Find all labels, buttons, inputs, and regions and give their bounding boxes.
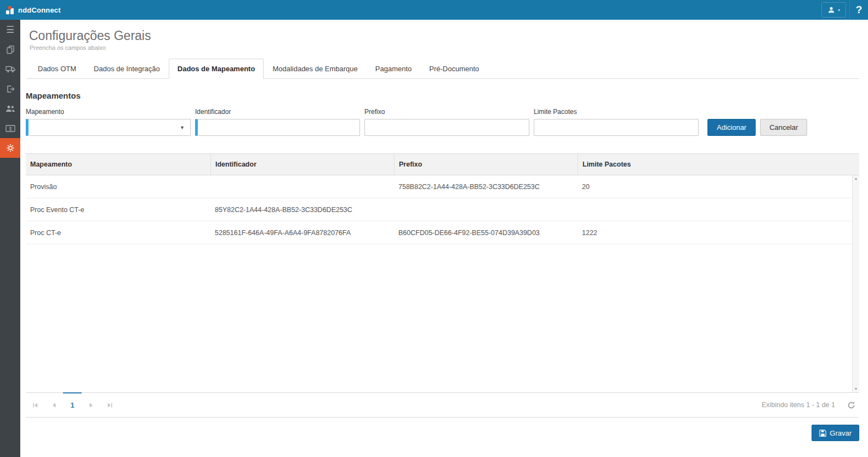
refresh-button[interactable] xyxy=(843,393,859,417)
select-caret-icon: ▼ xyxy=(180,125,186,130)
limite-pacotes-input[interactable] xyxy=(534,119,699,136)
limite-pacotes-field: Limite Pacotes xyxy=(534,108,699,136)
table-cell-prefixo: B60CFD05-DE66-4F92-BE55-074D39A39D03 xyxy=(394,229,578,237)
scroll-up-icon[interactable]: ▲ xyxy=(854,176,858,181)
sidebar-item-documents[interactable] xyxy=(0,39,20,59)
gear-icon xyxy=(6,144,15,152)
table-body: Provisão 758B82C2-1A44-428A-BB52-3C33D6D… xyxy=(26,175,859,392)
pager-next-button[interactable] xyxy=(82,393,100,417)
limite-pacotes-label: Limite Pacotes xyxy=(534,108,699,116)
tab-pre-documento[interactable]: Pré-Documento xyxy=(420,59,488,79)
brand-name: nddConnect xyxy=(18,6,61,14)
scroll-down-icon[interactable]: ▼ xyxy=(854,387,858,391)
vertical-scrollbar[interactable]: ▲ ▼ xyxy=(852,175,859,392)
table-row[interactable]: Provisão 758B82C2-1A44-428A-BB52-3C33D6D… xyxy=(26,175,859,198)
table-row[interactable]: Proc Evento CT-e 85Y82C2-1A44-428A-BB52-… xyxy=(26,198,859,221)
table-header-row: Mapeamento Identificador Prefixo Limite … xyxy=(26,154,859,175)
identificador-input[interactable] xyxy=(195,119,360,136)
pages-icon xyxy=(6,45,15,54)
column-header-mapeamento[interactable]: Mapeamento xyxy=(26,154,210,175)
mapping-form: Mapeamento ▼ Identificador Prefixo Limit… xyxy=(26,108,859,136)
sidebar-item-billing[interactable]: $ xyxy=(0,118,20,138)
first-page-icon xyxy=(32,402,39,409)
table-cell-identificador: 5285161F-646A-49FA-A6A4-9FA8782076FA xyxy=(210,229,394,237)
table-cell-mapeamento: Provisão xyxy=(26,183,210,191)
table-cell-mapeamento: Proc Evento CT-e xyxy=(26,206,210,214)
page-title: Configurações Gerais xyxy=(29,28,859,43)
pager-status: Exibindo itens 1 - 1 de 1 xyxy=(762,393,843,417)
brand: nddConnect xyxy=(0,5,61,15)
topbar: nddConnect ▾ ? xyxy=(0,0,868,20)
mappings-table: Mapeamento Identificador Prefixo Limite … xyxy=(26,153,859,418)
users-icon xyxy=(5,105,15,112)
pager-last-button[interactable] xyxy=(100,393,119,417)
mapeamento-label: Mapeamento xyxy=(26,108,191,116)
identificador-label: Identificador xyxy=(195,108,360,116)
table-row[interactable]: Proc CT-e 5285161F-646A-49FA-A6A4-9FA878… xyxy=(26,221,859,244)
tab-modalidades-embarque[interactable]: Modalidades de Embarque xyxy=(264,59,366,79)
column-header-identificador[interactable]: Identificador xyxy=(210,154,394,175)
gravar-label: Gravar xyxy=(830,429,852,437)
section-heading: Mapeamentos xyxy=(26,91,859,100)
money-icon: $ xyxy=(5,125,15,132)
tab-dados-otm[interactable]: Dados OTM xyxy=(29,59,85,79)
save-icon xyxy=(819,430,826,437)
pager-page-1[interactable]: 1 xyxy=(63,392,82,417)
sidebar-item-export[interactable] xyxy=(0,79,20,99)
nddconnect-logo-icon xyxy=(5,5,15,15)
truck-icon xyxy=(5,65,15,73)
prefixo-field: Prefixo xyxy=(364,108,529,136)
table-cell-identificador: 85Y82C2-1A44-428A-BB52-3C33D6DE253C xyxy=(210,206,394,214)
table-cell-mapeamento: Proc CT-e xyxy=(26,229,210,237)
main-content: Configurações Gerais Preencha os campos … xyxy=(20,20,868,457)
pagination-bar: 1 Exibindo itens 1 - 1 de 1 xyxy=(26,392,859,418)
adicionar-button[interactable]: Adicionar xyxy=(707,119,756,136)
sidebar-item-settings[interactable] xyxy=(0,138,20,158)
prefixo-label: Prefixo xyxy=(364,108,529,116)
prefixo-input[interactable] xyxy=(364,119,529,136)
next-page-icon xyxy=(88,402,95,409)
user-icon xyxy=(827,6,835,14)
svg-text:$: $ xyxy=(9,125,12,131)
tab-dados-integracao[interactable]: Dados de Integração xyxy=(85,59,169,79)
table-cell-prefixo: 758B82C2-1A44-428A-BB52-3C33D6DE253C xyxy=(394,183,578,191)
tab-dados-mapeamento[interactable]: Dados de Mapeamento xyxy=(169,59,264,79)
pager-first-button[interactable] xyxy=(26,393,44,417)
sidebar: ☰ xyxy=(0,20,20,457)
tab-strip: Dados OTM Dados de Integração Dados de M… xyxy=(26,59,859,79)
mapeamento-select[interactable]: ▼ xyxy=(26,119,191,136)
tab-pagamento[interactable]: Pagamento xyxy=(367,59,421,79)
table-cell-limite-pacotes: 1222 xyxy=(578,229,850,237)
identificador-field: Identificador xyxy=(195,108,360,136)
sidebar-item-transport[interactable] xyxy=(0,59,20,79)
footer-bar: Gravar xyxy=(26,418,859,441)
gravar-button[interactable]: Gravar xyxy=(812,425,859,441)
cancelar-button[interactable]: Cancelar xyxy=(760,119,807,136)
mapeamento-field: Mapeamento ▼ xyxy=(26,108,191,136)
refresh-icon xyxy=(847,401,855,409)
sign-out-icon xyxy=(6,85,15,93)
column-header-limite-pacotes[interactable]: Limite Pacotes xyxy=(578,154,850,175)
page-subtitle: Preencha os campos abaixo xyxy=(30,44,859,51)
previous-page-icon xyxy=(50,402,58,409)
pager-prev-button[interactable] xyxy=(44,393,63,417)
chevron-down-icon: ▾ xyxy=(838,8,840,13)
sidebar-item-users[interactable] xyxy=(0,99,20,118)
last-page-icon xyxy=(106,402,113,409)
hamburger-icon: ☰ xyxy=(6,24,14,36)
help-button[interactable]: ? xyxy=(849,0,868,20)
sidebar-toggle-button[interactable]: ☰ xyxy=(0,20,20,39)
table-cell-limite-pacotes: 20 xyxy=(578,183,850,191)
column-header-prefixo[interactable]: Prefixo xyxy=(394,154,578,175)
user-menu-button[interactable]: ▾ xyxy=(821,2,846,18)
